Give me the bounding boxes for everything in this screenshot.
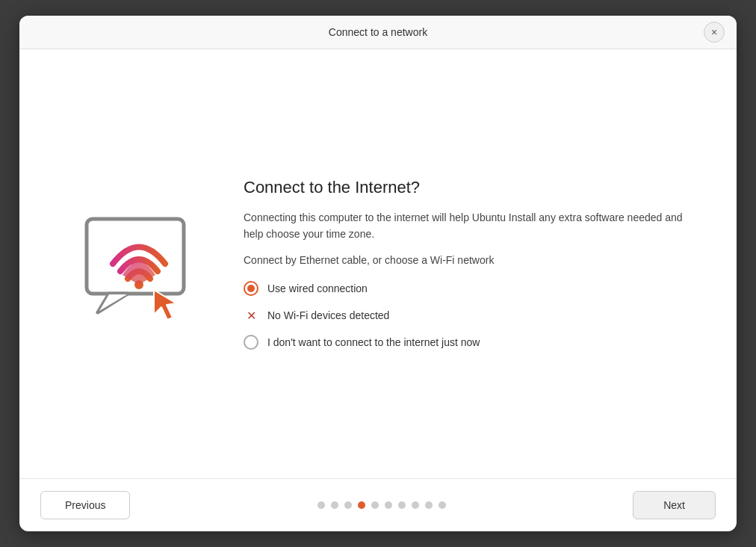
close-button[interactable]: × (704, 22, 725, 43)
page-title: Connect to the Internet? (244, 178, 692, 197)
option-no-internet-label: I don't want to connect to the internet … (267, 336, 480, 348)
footer: Previous Next (19, 478, 737, 531)
subtitle-text: Connect by Ethernet cable, or choose a W… (244, 254, 692, 266)
dot-1 (317, 501, 325, 509)
dot-7 (398, 501, 406, 509)
illustration (64, 197, 214, 331)
dot-8 (412, 501, 419, 509)
content-area: Connect to the Internet? Connecting this… (19, 49, 737, 478)
dot-5 (371, 501, 379, 509)
dot-9 (425, 501, 433, 509)
option-no-wifi: ✕ No Wi-Fi devices detected (244, 308, 692, 323)
option-no-wifi-label: No Wi-Fi devices detected (267, 309, 389, 321)
dialog-title: Connect to a network (329, 26, 427, 38)
radio-wired[interactable] (244, 281, 258, 296)
dot-10 (439, 501, 446, 509)
description-text: Connecting this computer to the internet… (244, 209, 692, 243)
options-list: Use wired connection ✕ No Wi-Fi devices … (244, 281, 692, 350)
option-no-internet[interactable]: I don't want to connect to the internet … (244, 335, 692, 350)
option-wired-label: Use wired connection (267, 282, 368, 294)
next-button[interactable]: Next (633, 491, 716, 519)
network-illustration (72, 197, 206, 331)
previous-button[interactable]: Previous (40, 491, 130, 519)
dot-2 (331, 501, 338, 509)
dot-4 (358, 501, 365, 509)
titlebar: Connect to a network × (19, 16, 737, 49)
dialog: Connect to a network × (19, 16, 737, 531)
option-wired[interactable]: Use wired connection (244, 281, 692, 296)
dot-6 (385, 501, 392, 509)
page-dots (317, 501, 446, 509)
text-area: Connect to the Internet? Connecting this… (244, 178, 692, 350)
radio-no-internet[interactable] (244, 335, 258, 350)
x-icon: ✕ (244, 308, 258, 323)
dot-3 (344, 501, 352, 509)
